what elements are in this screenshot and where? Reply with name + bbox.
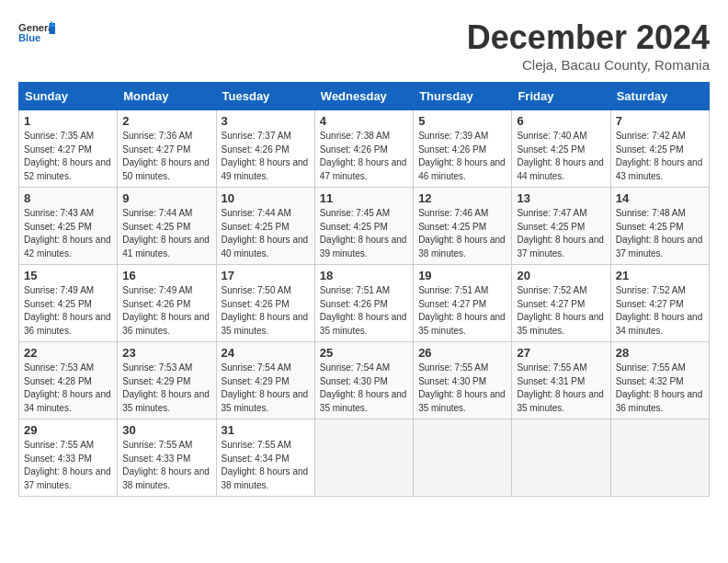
calendar-cell	[512, 419, 610, 497]
title-block: December 2024 Cleja, Bacau County, Roman…	[467, 18, 710, 73]
day-info: Sunrise: 7:55 AMSunset: 4:33 PMDaylight:…	[122, 439, 210, 492]
day-info: Sunrise: 7:50 AMSunset: 4:26 PMDaylight:…	[222, 284, 310, 338]
day-number: 20	[517, 269, 605, 282]
day-number: 7	[616, 114, 704, 128]
day-info: Sunrise: 7:53 AMSunset: 4:28 PMDaylight:…	[24, 362, 112, 415]
calendar-cell: 6 Sunrise: 7:40 AMSunset: 4:25 PMDayligh…	[512, 110, 610, 188]
calendar-header-tuesday: Tuesday	[216, 83, 314, 110]
day-info: Sunrise: 7:55 AMSunset: 4:30 PMDaylight:…	[418, 362, 506, 415]
calendar-cell: 12 Sunrise: 7:46 AMSunset: 4:25 PMDaylig…	[414, 188, 512, 265]
day-number: 22	[24, 346, 112, 360]
calendar-cell: 16 Sunrise: 7:49 AMSunset: 4:26 PMDaylig…	[118, 265, 216, 342]
day-info: Sunrise: 7:55 AMSunset: 4:31 PMDaylight:…	[517, 362, 605, 415]
calendar-cell: 26 Sunrise: 7:55 AMSunset: 4:30 PMDaylig…	[414, 342, 512, 419]
day-info: Sunrise: 7:43 AMSunset: 4:25 PMDaylight:…	[24, 207, 112, 260]
calendar-week-4: 22 Sunrise: 7:53 AMSunset: 4:28 PMDaylig…	[19, 342, 710, 419]
day-number: 10	[222, 191, 310, 205]
day-info: Sunrise: 7:51 AMSunset: 4:26 PMDaylight:…	[320, 284, 408, 338]
calendar-header-monday: Monday	[118, 83, 216, 110]
calendar-cell: 14 Sunrise: 7:48 AMSunset: 4:25 PMDaylig…	[610, 188, 709, 265]
day-info: Sunrise: 7:35 AMSunset: 4:27 PMDaylight:…	[24, 130, 112, 183]
day-number: 15	[24, 269, 112, 282]
calendar-cell: 18 Sunrise: 7:51 AMSunset: 4:26 PMDaylig…	[314, 265, 413, 342]
day-number: 26	[418, 346, 506, 360]
calendar-header-friday: Friday	[512, 83, 610, 110]
day-info: Sunrise: 7:38 AMSunset: 4:26 PMDaylight:…	[320, 130, 408, 183]
day-number: 27	[517, 346, 605, 360]
day-number: 31	[222, 423, 310, 437]
calendar-header-thursday: Thursday	[414, 83, 512, 110]
calendar-cell: 22 Sunrise: 7:53 AMSunset: 4:28 PMDaylig…	[19, 342, 118, 419]
day-info: Sunrise: 7:51 AMSunset: 4:27 PMDaylight:…	[418, 284, 506, 338]
calendar-cell: 30 Sunrise: 7:55 AMSunset: 4:33 PMDaylig…	[118, 419, 216, 497]
day-number: 19	[418, 269, 506, 282]
day-info: Sunrise: 7:49 AMSunset: 4:25 PMDaylight:…	[24, 284, 112, 338]
calendar-header-sunday: Sunday	[19, 83, 118, 110]
calendar-cell: 29 Sunrise: 7:55 AMSunset: 4:33 PMDaylig…	[19, 419, 118, 497]
calendar-cell: 23 Sunrise: 7:53 AMSunset: 4:29 PMDaylig…	[118, 342, 216, 419]
calendar-week-1: 1 Sunrise: 7:35 AMSunset: 4:27 PMDayligh…	[19, 110, 710, 188]
day-info: Sunrise: 7:55 AMSunset: 4:33 PMDaylight:…	[24, 439, 112, 492]
calendar-cell: 25 Sunrise: 7:54 AMSunset: 4:30 PMDaylig…	[314, 342, 413, 419]
day-info: Sunrise: 7:44 AMSunset: 4:25 PMDaylight:…	[122, 207, 210, 260]
calendar-cell: 4 Sunrise: 7:38 AMSunset: 4:26 PMDayligh…	[314, 110, 413, 188]
day-number: 17	[222, 269, 310, 282]
day-info: Sunrise: 7:48 AMSunset: 4:25 PMDaylight:…	[616, 207, 704, 260]
calendar-cell: 20 Sunrise: 7:52 AMSunset: 4:27 PMDaylig…	[512, 265, 610, 342]
day-number: 6	[517, 114, 605, 128]
day-info: Sunrise: 7:54 AMSunset: 4:30 PMDaylight:…	[320, 362, 408, 415]
page-header: General Blue December 2024 Cleja, Bacau …	[18, 18, 710, 73]
day-number: 13	[517, 191, 605, 205]
calendar-cell: 7 Sunrise: 7:42 AMSunset: 4:25 PMDayligh…	[610, 110, 709, 188]
location-subtitle: Cleja, Bacau County, Romania	[467, 57, 710, 73]
day-number: 1	[24, 114, 112, 128]
day-number: 3	[222, 114, 310, 128]
day-info: Sunrise: 7:44 AMSunset: 4:25 PMDaylight:…	[222, 207, 310, 260]
svg-text:Blue: Blue	[18, 32, 40, 43]
day-info: Sunrise: 7:55 AMSunset: 4:32 PMDaylight:…	[616, 362, 704, 415]
calendar-header-row: SundayMondayTuesdayWednesdayThursdayFrid…	[19, 83, 710, 110]
day-info: Sunrise: 7:37 AMSunset: 4:26 PMDaylight:…	[222, 130, 310, 183]
calendar-cell: 1 Sunrise: 7:35 AMSunset: 4:27 PMDayligh…	[19, 110, 118, 188]
calendar-cell: 31 Sunrise: 7:55 AMSunset: 4:34 PMDaylig…	[216, 419, 314, 497]
day-info: Sunrise: 7:45 AMSunset: 4:25 PMDaylight:…	[320, 207, 408, 260]
day-info: Sunrise: 7:40 AMSunset: 4:25 PMDaylight:…	[517, 130, 605, 183]
calendar-cell: 8 Sunrise: 7:43 AMSunset: 4:25 PMDayligh…	[19, 188, 118, 265]
calendar-cell	[610, 419, 709, 497]
day-info: Sunrise: 7:42 AMSunset: 4:25 PMDaylight:…	[616, 130, 704, 183]
calendar-cell	[314, 419, 413, 497]
day-info: Sunrise: 7:53 AMSunset: 4:29 PMDaylight:…	[122, 362, 210, 415]
day-number: 2	[122, 114, 210, 128]
day-number: 4	[320, 114, 408, 128]
logo-icon: General Blue	[18, 18, 55, 46]
day-number: 11	[320, 191, 408, 205]
calendar-week-2: 8 Sunrise: 7:43 AMSunset: 4:25 PMDayligh…	[19, 188, 710, 265]
calendar-cell: 13 Sunrise: 7:47 AMSunset: 4:25 PMDaylig…	[512, 188, 610, 265]
calendar-cell: 15 Sunrise: 7:49 AMSunset: 4:25 PMDaylig…	[19, 265, 118, 342]
day-number: 14	[616, 191, 704, 205]
day-number: 12	[418, 191, 506, 205]
calendar-cell	[414, 419, 512, 497]
day-number: 5	[418, 114, 506, 128]
day-number: 21	[616, 269, 704, 282]
day-number: 28	[616, 346, 704, 360]
calendar-table: SundayMondayTuesdayWednesdayThursdayFrid…	[18, 82, 710, 497]
calendar-cell: 17 Sunrise: 7:50 AMSunset: 4:26 PMDaylig…	[216, 265, 314, 342]
logo: General Blue	[18, 18, 55, 48]
day-info: Sunrise: 7:55 AMSunset: 4:34 PMDaylight:…	[222, 439, 310, 492]
day-number: 30	[122, 423, 210, 437]
day-number: 18	[320, 269, 408, 282]
calendar-cell: 10 Sunrise: 7:44 AMSunset: 4:25 PMDaylig…	[216, 188, 314, 265]
calendar-cell: 2 Sunrise: 7:36 AMSunset: 4:27 PMDayligh…	[118, 110, 216, 188]
day-info: Sunrise: 7:49 AMSunset: 4:26 PMDaylight:…	[122, 284, 210, 338]
day-info: Sunrise: 7:52 AMSunset: 4:27 PMDaylight:…	[616, 284, 704, 338]
day-number: 25	[320, 346, 408, 360]
calendar-cell: 27 Sunrise: 7:55 AMSunset: 4:31 PMDaylig…	[512, 342, 610, 419]
day-number: 29	[24, 423, 112, 437]
calendar-header-wednesday: Wednesday	[314, 83, 413, 110]
calendar-cell: 19 Sunrise: 7:51 AMSunset: 4:27 PMDaylig…	[414, 265, 512, 342]
day-number: 16	[122, 269, 210, 282]
day-number: 23	[122, 346, 210, 360]
calendar-header-saturday: Saturday	[610, 83, 709, 110]
day-info: Sunrise: 7:36 AMSunset: 4:27 PMDaylight:…	[122, 130, 210, 183]
